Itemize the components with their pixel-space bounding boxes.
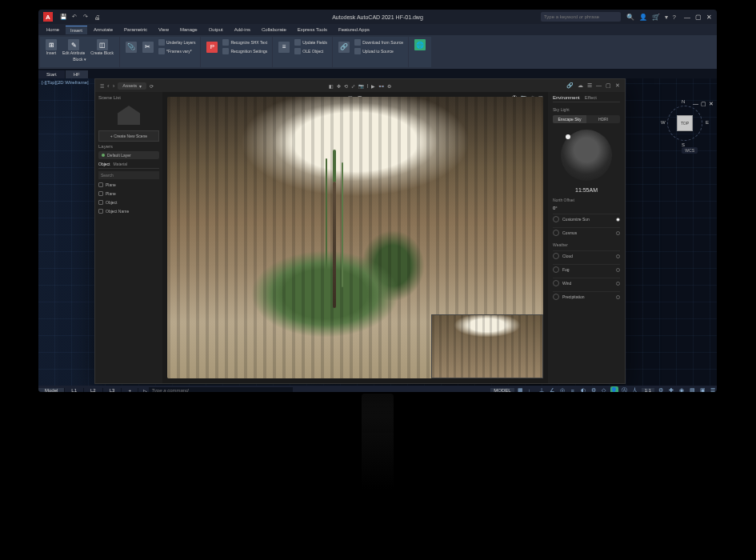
drawing-workspace[interactable]: [-][Top][2D Wireframe] — ▢ ✕ TOP N S E W…	[38, 78, 717, 386]
tree-item[interactable]: Object	[98, 199, 159, 206]
cloud-row[interactable]: Cloud	[553, 250, 620, 261]
render-menu-icon[interactable]: ☰	[100, 83, 104, 89]
attach-button[interactable]: 📎	[123, 41, 139, 54]
tab-addins[interactable]: Add-ins	[230, 26, 255, 34]
render-thumbnail[interactable]	[431, 314, 543, 378]
field-button[interactable]: ≡	[276, 41, 292, 54]
scale-tool-icon[interactable]: ⤢	[351, 83, 355, 89]
customize-icon[interactable]: ☰	[709, 386, 717, 394]
close-button[interactable]: ✕	[706, 14, 712, 21]
search-box[interactable]	[541, 12, 621, 22]
workspace-icon[interactable]: ⚙	[590, 386, 598, 394]
user-icon[interactable]: 👤	[639, 14, 647, 21]
tab-collaborate[interactable]: Collaborate	[257, 26, 291, 34]
render-viewport[interactable]: ▥ ◩ 👁 📷 ☀ ▦	[162, 92, 548, 383]
sun-dial[interactable]	[561, 130, 612, 181]
customize-sun-row[interactable]: Customize Sun	[553, 214, 620, 224]
command-input[interactable]	[149, 387, 293, 394]
sun-handle-icon[interactable]	[566, 134, 570, 139]
model-badge[interactable]: MODEL	[490, 388, 514, 393]
apps-icon[interactable]: ▾	[665, 14, 668, 21]
tab-manage[interactable]: Manage	[175, 26, 202, 34]
insert-button[interactable]: ⊞Insert	[43, 38, 59, 56]
isodraft-icon[interactable]: ◇	[600, 386, 608, 394]
qat-redo-icon[interactable]: ↷	[82, 13, 90, 21]
offset-value[interactable]: 0°	[553, 206, 620, 210]
update-fields-button[interactable]: Update Fields	[293, 38, 329, 46]
nav-fwd-icon[interactable]: ›	[113, 82, 115, 90]
cosmos-row[interactable]: Cosmos	[553, 227, 620, 238]
layout-tab-3[interactable]: L3	[103, 388, 122, 393]
environment-tab[interactable]: Environment	[553, 95, 580, 100]
effect-tab[interactable]: Effect	[585, 95, 597, 100]
layout-tab-2[interactable]: L2	[84, 388, 103, 393]
create-scene-button[interactable]: + Create New Scene	[98, 130, 159, 142]
hdri-tab[interactable]: HDRI	[586, 115, 620, 123]
nav-back-icon[interactable]: ‹	[107, 82, 110, 90]
start-tab[interactable]: Start	[38, 70, 66, 78]
osnap-toggle-icon[interactable]: ◎	[558, 386, 566, 394]
annotation-scale-icon[interactable]: 人	[631, 386, 639, 394]
layout-tab-1[interactable]: L1	[65, 388, 84, 393]
viewport-close-icon[interactable]: ✕	[709, 101, 714, 107]
cube-face-top[interactable]: TOP	[677, 115, 693, 131]
enscape-sky-tab[interactable]: Enscape Sky	[553, 115, 586, 123]
camera-tool-icon[interactable]: 📷	[358, 83, 364, 89]
clean-icon[interactable]: ▣	[698, 386, 706, 394]
gear-icon[interactable]: ⚙	[657, 386, 665, 394]
default-layer-chip[interactable]: Default Layer	[98, 151, 159, 159]
precipitation-row[interactable]: Precipitation	[553, 291, 620, 302]
ortho-toggle-icon[interactable]: ⊥	[538, 386, 546, 394]
snap-toggle-icon[interactable]: ∟	[527, 386, 535, 394]
wind-row[interactable]: Wind	[553, 278, 620, 288]
move-tool-icon[interactable]: ✥	[337, 83, 341, 89]
layers-icon[interactable]: ☰	[587, 82, 592, 89]
recognition-settings-button[interactable]: Recognition Settings	[221, 47, 269, 55]
download-source-button[interactable]: Download from Source	[353, 38, 405, 46]
model-tab[interactable]: Model	[38, 388, 65, 393]
play-icon[interactable]: ▶	[371, 83, 375, 89]
add-layout-tab[interactable]: +	[122, 388, 138, 393]
underlay-layers-button[interactable]: Underlay Layers	[157, 38, 197, 46]
polar-toggle-icon[interactable]: ∠	[548, 386, 556, 394]
plus-icon[interactable]: ✚	[667, 386, 675, 394]
hardware-icon[interactable]: ▤	[688, 386, 696, 394]
material-subtab[interactable]: Material	[113, 162, 127, 166]
tab-output[interactable]: Output	[204, 26, 228, 34]
qat-undo-icon[interactable]: ↶	[70, 13, 78, 21]
rotate-tool-icon[interactable]: ⟲	[344, 83, 348, 89]
search-input[interactable]	[541, 12, 621, 22]
isolate-icon[interactable]: ◉	[678, 386, 686, 394]
assets-button[interactable]: Assets ▾	[118, 82, 146, 90]
maximize-button[interactable]: ▢	[695, 14, 702, 21]
tab-express[interactable]: Express Tools	[293, 26, 332, 34]
scene-thumbnail-icon[interactable]	[118, 106, 140, 125]
ole-object-button[interactable]: OLE Object	[293, 47, 329, 55]
settings-tool-icon[interactable]: ⚙	[387, 83, 391, 89]
render-min-icon[interactable]: —	[596, 82, 602, 89]
render-max-icon[interactable]: ▢	[606, 82, 611, 89]
tab-home[interactable]: Home	[42, 26, 64, 34]
tab-insert[interactable]: Insert	[66, 26, 87, 34]
view-cube[interactable]: TOP N S E W	[667, 106, 702, 141]
tab-parametric[interactable]: Parametric	[119, 26, 152, 34]
data-link-button[interactable]: 🔗	[336, 41, 352, 54]
search-icon[interactable]: 🔍	[626, 14, 634, 21]
minimize-button[interactable]: —	[684, 14, 690, 21]
block-panel-label[interactable]: Block ▾	[43, 57, 116, 62]
cart-icon[interactable]: 🛒	[652, 14, 660, 21]
object-subtab[interactable]: Object	[98, 162, 110, 166]
render-close-icon[interactable]: ✕	[615, 82, 620, 89]
render-refresh-icon[interactable]: ⟳	[150, 83, 154, 89]
vr-tool-icon[interactable]: 👓	[378, 83, 384, 89]
pdf-import-button[interactable]: P	[204, 41, 220, 54]
file-tab[interactable]: HF	[66, 70, 89, 78]
annotation-icon[interactable]: Ⓐ	[621, 386, 629, 394]
fog-row[interactable]: Fog	[553, 264, 620, 274]
cloud-icon[interactable]: ☁	[578, 82, 583, 89]
location-button[interactable]: 🌐	[412, 38, 428, 51]
tab-annotate[interactable]: Annotate	[89, 26, 118, 34]
scale-display[interactable]: 1:1	[642, 388, 654, 393]
view-tool-icon[interactable]: ◧	[329, 83, 334, 89]
scene-search-input[interactable]	[98, 171, 159, 179]
